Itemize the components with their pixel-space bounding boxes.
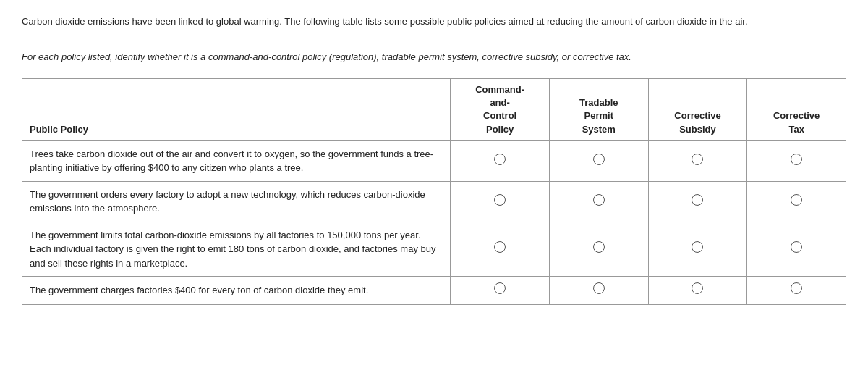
header-tradable: TradablePermitSystem <box>549 79 648 141</box>
policy-cell-4: The government charges factories $400 fo… <box>22 277 451 305</box>
radio-tradable-2[interactable] <box>593 194 605 206</box>
radio-cell-tax-2[interactable] <box>747 181 846 222</box>
radio-cell-command-4[interactable] <box>451 277 550 305</box>
policy-table: Public Policy Command-and-ControlPolicy … <box>22 78 846 305</box>
radio-cell-tradable-2[interactable] <box>549 181 648 222</box>
radio-tradable-3[interactable] <box>593 241 605 253</box>
radio-cell-tradable-4[interactable] <box>549 277 648 305</box>
radio-tax-4[interactable] <box>791 282 802 294</box>
table-row: The government charges factories $400 fo… <box>22 277 846 305</box>
radio-command-1[interactable] <box>494 154 506 165</box>
radio-cell-command-1[interactable] <box>451 140 550 181</box>
radio-tradable-4[interactable] <box>593 282 605 294</box>
header-policy: Public Policy <box>22 79 451 141</box>
radio-tax-3[interactable] <box>791 241 802 253</box>
radio-command-4[interactable] <box>494 282 506 294</box>
radio-subsidy-3[interactable] <box>692 241 703 253</box>
header-tax: CorrectiveTax <box>747 79 846 141</box>
radio-cell-command-2[interactable] <box>451 181 550 222</box>
header-command: Command-and-ControlPolicy <box>451 79 550 141</box>
radio-tax-2[interactable] <box>791 194 802 206</box>
policy-cell-1: Trees take carbon dioxide out of the air… <box>22 140 451 181</box>
policy-cell-3: The government limits total carbon-dioxi… <box>22 222 451 277</box>
radio-tax-1[interactable] <box>791 154 802 165</box>
radio-command-3[interactable] <box>494 241 506 253</box>
radio-subsidy-4[interactable] <box>692 282 703 294</box>
radio-tradable-1[interactable] <box>593 154 605 165</box>
radio-cell-tax-4[interactable] <box>747 277 846 305</box>
radio-subsidy-2[interactable] <box>692 194 703 206</box>
table-row: The government orders every factory to a… <box>22 181 846 222</box>
intro-paragraph1: Carbon dioxide emissions have been linke… <box>22 14 846 29</box>
policy-cell-2: The government orders every factory to a… <box>22 181 451 222</box>
radio-cell-command-3[interactable] <box>451 222 550 277</box>
radio-cell-subsidy-3[interactable] <box>648 222 747 277</box>
radio-command-2[interactable] <box>494 194 506 206</box>
radio-subsidy-1[interactable] <box>692 154 703 165</box>
radio-cell-tax-1[interactable] <box>747 140 846 181</box>
header-subsidy: CorrectiveSubsidy <box>648 79 747 141</box>
table-row: The government limits total carbon-dioxi… <box>22 222 846 277</box>
radio-cell-tax-3[interactable] <box>747 222 846 277</box>
radio-cell-tradable-3[interactable] <box>549 222 648 277</box>
radio-cell-subsidy-4[interactable] <box>648 277 747 305</box>
table-row: Trees take carbon dioxide out of the air… <box>22 140 846 181</box>
radio-cell-tradable-1[interactable] <box>549 140 648 181</box>
instruction-paragraph: For each policy listed, identify whether… <box>22 50 846 64</box>
radio-cell-subsidy-2[interactable] <box>648 181 747 222</box>
radio-cell-subsidy-1[interactable] <box>648 140 747 181</box>
